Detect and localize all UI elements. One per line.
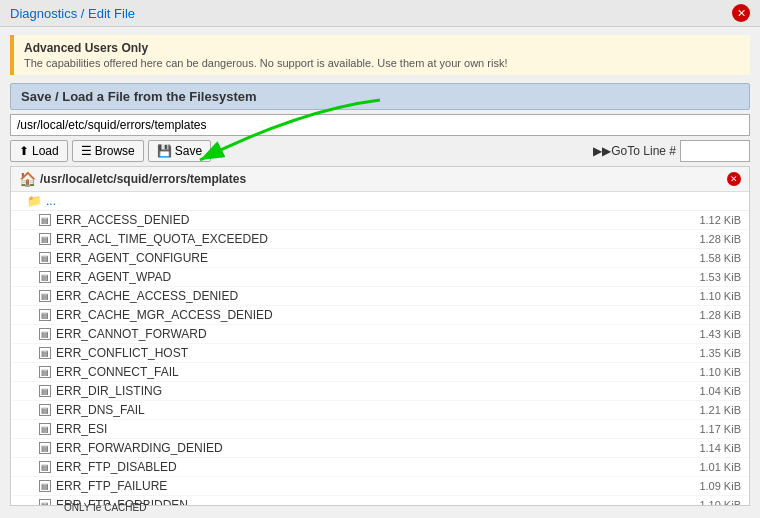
file-row-left: ▤ERR_AGENT_WPAD <box>39 270 171 284</box>
file-icon: ▤ <box>39 347 51 359</box>
file-icon: ▤ <box>39 461 51 473</box>
file-size: 1.10 KiB <box>699 290 741 302</box>
browser-close-button[interactable]: ✕ <box>727 172 741 186</box>
page-close-button[interactable]: ✕ <box>732 4 750 22</box>
page-wrapper: Diagnostics / Edit File ✕ Advanced Users… <box>0 0 760 518</box>
parent-folder-name[interactable]: ... <box>46 194 56 208</box>
file-name: ERR_ACL_TIME_QUOTA_EXCEEDED <box>56 232 268 246</box>
file-row-left: ▤ERR_ESI <box>39 422 107 436</box>
file-row-left: ▤ERR_FTP_DISABLED <box>39 460 177 474</box>
file-size: 1.10 KiB <box>699 499 741 506</box>
file-icon: ▤ <box>39 423 51 435</box>
file-size: 1.17 KiB <box>699 423 741 435</box>
breadcrumb-separator: / <box>81 6 88 21</box>
browse-button[interactable]: ☰ Browse <box>72 140 144 162</box>
file-icon: ▤ <box>39 271 51 283</box>
file-row-left: ▤ERR_ACCESS_DENIED <box>39 213 189 227</box>
file-size: 1.35 KiB <box>699 347 741 359</box>
browse-icon: ☰ <box>81 144 92 158</box>
file-row-left: ▤ERR_CACHE_MGR_ACCESS_DENIED <box>39 308 273 322</box>
load-button[interactable]: ⬆ Load <box>10 140 68 162</box>
file-icon: ▤ <box>39 233 51 245</box>
file-row[interactable]: ▤ERR_CACHE_MGR_ACCESS_DENIED1.28 KiB <box>11 306 749 325</box>
browse-label: Browse <box>95 144 135 158</box>
browser-path: /usr/local/etc/squid/errors/templates <box>40 172 246 186</box>
file-list: ▤ERR_ACCESS_DENIED1.12 KiB▤ERR_ACL_TIME_… <box>11 211 749 506</box>
file-row[interactable]: ▤ERR_DNS_FAIL1.21 KiB <box>11 401 749 420</box>
file-icon: ▤ <box>39 404 51 416</box>
file-icon: ▤ <box>39 499 51 506</box>
file-size: 1.28 KiB <box>699 233 741 245</box>
file-name: ERR_CACHE_ACCESS_DENIED <box>56 289 238 303</box>
file-browser[interactable]: 🏠 /usr/local/etc/squid/errors/templates … <box>10 166 750 506</box>
file-icon: ▤ <box>39 214 51 226</box>
file-name: ERR_DNS_FAIL <box>56 403 145 417</box>
file-row[interactable]: ▤ERR_ESI1.17 KiB <box>11 420 749 439</box>
breadcrumb: Diagnostics / Edit File <box>10 6 135 21</box>
file-path-input[interactable] <box>10 114 750 136</box>
file-size: 1.58 KiB <box>699 252 741 264</box>
file-icon: ▤ <box>39 290 51 302</box>
file-row-left: ▤ERR_CACHE_ACCESS_DENIED <box>39 289 238 303</box>
toolbar-right: ▶▶GoTo Line # <box>593 140 750 162</box>
file-size: 1.12 KiB <box>699 214 741 226</box>
file-icon: ▤ <box>39 480 51 492</box>
file-row[interactable]: ▤ERR_CONNECT_FAIL1.10 KiB <box>11 363 749 382</box>
file-size: 1.43 KiB <box>699 328 741 340</box>
file-row[interactable]: ▤ERR_FORWARDING_DENIED1.14 KiB <box>11 439 749 458</box>
file-browser-header: 🏠 /usr/local/etc/squid/errors/templates … <box>11 167 749 192</box>
load-icon: ⬆ <box>19 144 29 158</box>
file-row-left: ▤ERR_FORWARDING_DENIED <box>39 441 223 455</box>
file-row[interactable]: ▤ERR_FTP_FAILURE1.09 KiB <box>11 477 749 496</box>
home-icon: 🏠 <box>19 171 36 187</box>
file-name: ERR_FTP_FAILURE <box>56 479 167 493</box>
header-left: 🏠 /usr/local/etc/squid/errors/templates <box>19 171 246 187</box>
file-name: ERR_CANNOT_FORWARD <box>56 327 207 341</box>
file-row[interactable]: ▤ERR_CANNOT_FORWARD1.43 KiB <box>11 325 749 344</box>
file-row[interactable]: ▤ERR_ACL_TIME_QUOTA_EXCEEDED1.28 KiB <box>11 230 749 249</box>
file-name: ERR_CACHE_MGR_ACCESS_DENIED <box>56 308 273 322</box>
file-icon: ▤ <box>39 328 51 340</box>
only-cached-text: ONLY Ie CACHED <box>64 502 146 513</box>
file-name: ERR_ESI <box>56 422 107 436</box>
warning-box: Advanced Users Only The capabilities off… <box>10 35 750 75</box>
file-size: 1.28 KiB <box>699 309 741 321</box>
file-path-row <box>10 114 750 136</box>
file-size: 1.09 KiB <box>699 480 741 492</box>
file-row[interactable]: ▤ERR_AGENT_CONFIGURE1.58 KiB <box>11 249 749 268</box>
file-row[interactable]: ▤ERR_DIR_LISTING1.04 KiB <box>11 382 749 401</box>
file-row[interactable]: ▤ERR_CONFLICT_HOST1.35 KiB <box>11 344 749 363</box>
toolbar-left: ⬆ Load ☰ Browse 💾 Save <box>10 140 211 162</box>
goto-line-input[interactable] <box>680 140 750 162</box>
file-icon: ▤ <box>39 252 51 264</box>
breadcrumb-parent[interactable]: Diagnostics <box>10 6 77 21</box>
save-button[interactable]: 💾 Save <box>148 140 211 162</box>
file-name: ERR_FORWARDING_DENIED <box>56 441 223 455</box>
file-icon: ▤ <box>39 442 51 454</box>
file-row-left: ▤ERR_ACL_TIME_QUOTA_EXCEEDED <box>39 232 268 246</box>
file-size: 1.01 KiB <box>699 461 741 473</box>
file-size: 1.21 KiB <box>699 404 741 416</box>
file-icon: ▤ <box>39 309 51 321</box>
file-icon: ▤ <box>39 366 51 378</box>
file-row-left: ▤ERR_CANNOT_FORWARD <box>39 327 207 341</box>
file-row[interactable]: ▤ERR_ACCESS_DENIED1.12 KiB <box>11 211 749 230</box>
file-size: 1.14 KiB <box>699 442 741 454</box>
warning-title: Advanced Users Only <box>24 41 740 55</box>
save-label: Save <box>175 144 202 158</box>
file-name: ERR_CONNECT_FAIL <box>56 365 179 379</box>
file-name: ERR_CONFLICT_HOST <box>56 346 188 360</box>
file-row-left: ▤ERR_DIR_LISTING <box>39 384 162 398</box>
file-size: 1.04 KiB <box>699 385 741 397</box>
warning-description: The capabilities offered here can be dan… <box>24 57 740 69</box>
file-icon: ▤ <box>39 385 51 397</box>
file-row[interactable]: ▤ERR_AGENT_WPAD1.53 KiB <box>11 268 749 287</box>
file-name: ERR_FTP_DISABLED <box>56 460 177 474</box>
toolbar-row: ⬆ Load ☰ Browse 💾 Save ▶▶GoTo Line # <box>10 140 750 162</box>
file-row[interactable]: ▤ERR_CACHE_ACCESS_DENIED1.10 KiB <box>11 287 749 306</box>
file-row-left: ▤ERR_AGENT_CONFIGURE <box>39 251 208 265</box>
parent-folder-row[interactable]: 📁 ... <box>11 192 749 211</box>
file-name: ERR_AGENT_WPAD <box>56 270 171 284</box>
file-row-left: ▤ERR_DNS_FAIL <box>39 403 145 417</box>
file-row[interactable]: ▤ERR_FTP_DISABLED1.01 KiB <box>11 458 749 477</box>
